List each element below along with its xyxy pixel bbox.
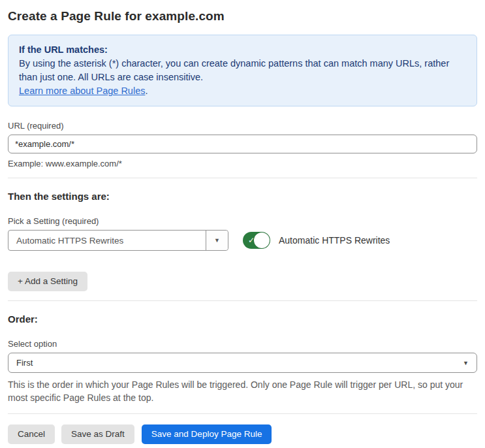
footer-actions: Cancel Save as Draft Save and Deploy Pag… — [8, 424, 477, 444]
divider — [8, 413, 477, 414]
divider — [8, 300, 477, 301]
setting-toggle[interactable]: ✓ — [243, 232, 270, 249]
setting-toggle-label: Automatic HTTPS Rewrites — [279, 235, 390, 246]
info-box-link-line: Learn more about Page Rules. — [19, 84, 466, 98]
setting-row: Automatic HTTPS Rewrites ▼ ✓ Automatic H… — [8, 230, 477, 251]
save-draft-button[interactable]: Save as Draft — [61, 424, 134, 444]
order-section-heading: Order: — [8, 313, 477, 325]
setting-dropdown-value: Automatic HTTPS Rewrites — [8, 231, 206, 250]
order-select[interactable]: First ▼ — [8, 353, 477, 373]
info-box-heading: If the URL matches: — [19, 43, 466, 57]
info-box-body: By using the asterisk (*) character, you… — [19, 57, 466, 84]
url-field-hint: Example: www.example.com/* — [8, 159, 477, 168]
url-field-label: URL (required) — [8, 121, 477, 131]
order-help-text: This is the order in which your Page Rul… — [8, 378, 477, 404]
divider — [8, 178, 477, 178]
chevron-down-icon: ▼ — [463, 360, 469, 366]
url-matches-info-box: If the URL matches: By using the asteris… — [8, 35, 477, 106]
toggle-knob — [254, 232, 270, 248]
url-input[interactable] — [8, 135, 477, 153]
link-suffix: . — [145, 86, 148, 96]
pick-setting-label: Pick a Setting (required) — [8, 216, 477, 226]
order-select-label: Select option — [8, 339, 477, 349]
add-setting-button[interactable]: + Add a Setting — [8, 272, 87, 291]
save-deploy-button[interactable]: Save and Deploy Page Rule — [142, 424, 272, 444]
chevron-down-icon[interactable]: ▼ — [206, 231, 228, 250]
page-title: Create a Page Rule for example.com — [8, 9, 477, 24]
setting-dropdown[interactable]: Automatic HTTPS Rewrites ▼ — [8, 230, 228, 251]
learn-more-link[interactable]: Learn more about Page Rules — [19, 86, 145, 96]
cancel-button[interactable]: Cancel — [8, 424, 55, 444]
order-select-value: First — [16, 358, 33, 368]
settings-section-heading: Then the settings are: — [8, 191, 477, 202]
create-page-rule-form: Create a Page Rule for example.com If th… — [0, 0, 485, 448]
